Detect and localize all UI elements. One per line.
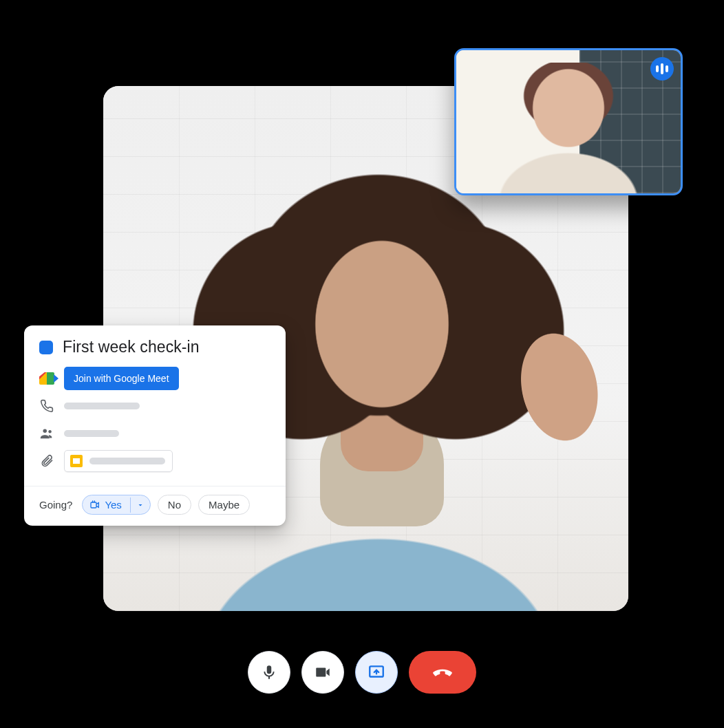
svg-rect-2 [91, 502, 96, 508]
event-color-swatch [39, 341, 53, 354]
self-view-tile[interactable] [454, 48, 683, 195]
rsvp-no-button[interactable]: No [158, 495, 191, 515]
rsvp-footer: Going? Yes No Maybe [24, 486, 286, 526]
toggle-mic-button[interactable] [248, 651, 290, 694]
call-controls [248, 651, 476, 694]
join-meet-button[interactable]: Join with Google Meet [64, 367, 179, 390]
event-title: First week check-in [63, 338, 200, 356]
rsvp-yes-dropdown[interactable] [130, 497, 150, 513]
hangup-icon [431, 661, 454, 684]
calendar-event-card: First week check-in Join with Google Mee… [24, 325, 286, 526]
slides-icon [70, 455, 83, 467]
attachment-name-placeholder [89, 458, 165, 464]
google-meet-icon [39, 371, 54, 386]
caret-down-icon [136, 501, 145, 509]
virtual-location-icon [89, 500, 100, 511]
svg-point-1 [48, 430, 51, 433]
self-view-person [493, 63, 644, 195]
svg-point-0 [43, 429, 47, 433]
toggle-camera-button[interactable] [301, 651, 344, 694]
hang-up-button[interactable] [409, 651, 476, 694]
phone-number-placeholder [64, 403, 140, 409]
attachment-chip[interactable] [64, 450, 173, 472]
present-screen-button[interactable] [355, 651, 398, 694]
rsvp-yes-button[interactable]: Yes [83, 495, 129, 514]
present-icon [368, 663, 385, 681]
mic-icon [260, 663, 278, 681]
speaking-indicator-icon [650, 57, 674, 81]
people-icon [39, 426, 54, 441]
phone-icon [39, 398, 54, 414]
guests-placeholder [64, 430, 119, 437]
rsvp-maybe-button[interactable]: Maybe [198, 495, 250, 515]
person-face [306, 237, 458, 430]
rsvp-yes-label: Yes [105, 499, 121, 511]
going-label: Going? [39, 499, 72, 511]
rsvp-yes-split-button: Yes [82, 495, 150, 515]
video-icon [314, 663, 332, 681]
attachment-icon [39, 453, 54, 469]
